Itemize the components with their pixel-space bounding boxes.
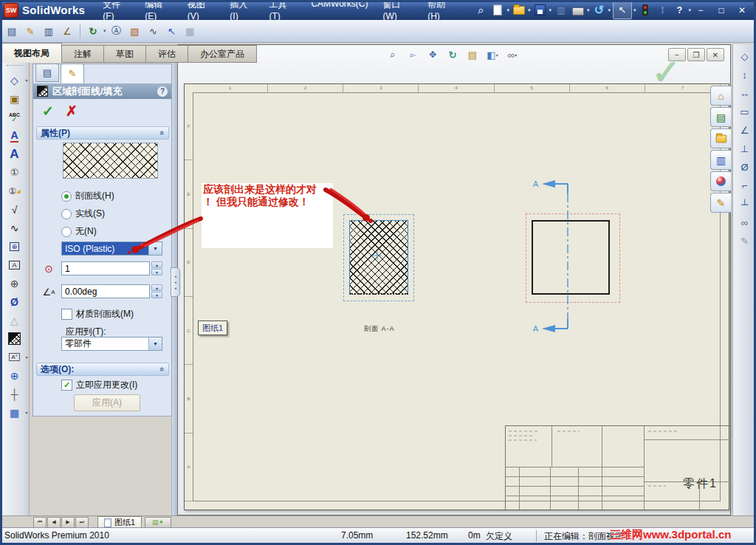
make-from-part-button[interactable]: [554, 3, 568, 18]
smart-dimension-icon[interactable]: [4, 71, 25, 89]
image-icon[interactable]: [127, 23, 143, 39]
properties-group-header[interactable]: 属性(P): [36, 126, 169, 140]
panel-splitter-handle[interactable]: [171, 267, 180, 297]
pan-icon[interactable]: [425, 47, 441, 62]
surface-finish-icon[interactable]: [4, 200, 25, 219]
radio-none[interactable]: 无(N): [61, 225, 97, 238]
ok-button[interactable]: [42, 103, 54, 120]
doc-minimize-button[interactable]: [668, 48, 686, 61]
right-dock-icon-7[interactable]: [736, 160, 754, 175]
datum-feature-icon[interactable]: [4, 256, 25, 274]
radio-solid[interactable]: 实线(S): [61, 208, 105, 220]
spin-up-icon[interactable]: [151, 284, 162, 291]
doc-restore-button[interactable]: [687, 48, 705, 61]
right-dock-icon-3[interactable]: [736, 86, 754, 101]
hatch-pattern-select[interactable]: ISO (Plastic): [61, 241, 162, 256]
material-hatch-checkbox[interactable]: 材质剖面线(M): [61, 308, 134, 321]
collapse-icon[interactable]: [158, 131, 167, 135]
redraw-icon[interactable]: [464, 47, 481, 62]
spin-up-icon[interactable]: [151, 261, 162, 268]
select-pointer-icon[interactable]: [164, 23, 180, 39]
cancel-button[interactable]: [66, 103, 78, 120]
radio-dot[interactable]: [61, 227, 72, 237]
right-dock-icon-5[interactable]: [736, 123, 754, 138]
apply-to-select[interactable]: 零部件: [61, 337, 162, 351]
next-sheet-button[interactable]: [61, 517, 75, 528]
sheet-format-icon[interactable]: [4, 23, 20, 39]
checkbox-box[interactable]: [61, 309, 72, 320]
tab-sketch[interactable]: 草图: [104, 45, 146, 63]
save-button[interactable]: [532, 3, 547, 18]
radio-dot[interactable]: [61, 191, 72, 202]
help-icon[interactable]: ?: [157, 86, 168, 97]
sheet-tab[interactable]: 图纸1: [97, 516, 142, 528]
view-palette-icon[interactable]: [710, 150, 731, 170]
blocks-icon[interactable]: [4, 348, 25, 366]
area-hatch-fill-icon[interactable]: [4, 329, 25, 348]
note-icon[interactable]: [4, 145, 25, 163]
hatch-scale-input[interactable]: [61, 261, 150, 275]
search-icon[interactable]: [473, 3, 488, 18]
menu-help[interactable]: 帮助(H): [420, 0, 463, 24]
spline-icon[interactable]: [145, 23, 162, 39]
right-dock-icon-1[interactable]: [736, 49, 754, 64]
options-group-header[interactable]: 选项(O):: [36, 363, 169, 376]
hatch-angle-input[interactable]: [61, 284, 150, 298]
camworks-stoplight-icon[interactable]: [638, 3, 653, 18]
zoom-to-fit-icon[interactable]: [385, 47, 401, 62]
prev-sheet-button[interactable]: [47, 517, 61, 528]
select-tool-button[interactable]: [613, 1, 632, 19]
menu-view[interactable]: 视图(V): [180, 0, 223, 24]
section-view-label[interactable]: 剖面 A-A: [364, 324, 395, 334]
right-dock-icon-9[interactable]: [736, 196, 754, 212]
center-mark-icon[interactable]: [4, 366, 25, 385]
edit-sketch-icon[interactable]: [22, 23, 38, 39]
spell-checker-icon[interactable]: [4, 108, 25, 126]
last-sheet-button[interactable]: [75, 517, 89, 528]
section-view-hatched-face[interactable]: [349, 220, 408, 295]
datum-target-icon[interactable]: [4, 274, 25, 292]
close-button[interactable]: [732, 4, 752, 17]
projected-view-icon[interactable]: [59, 23, 75, 39]
spin-down-icon[interactable]: [151, 269, 162, 275]
tab-view-layout[interactable]: 视图布局: [1, 43, 62, 63]
tab-office-products[interactable]: 办公室产品: [188, 45, 257, 63]
balloon-icon[interactable]: [4, 163, 25, 182]
maximize-button[interactable]: [712, 4, 731, 17]
checkbox-box[interactable]: [61, 380, 72, 391]
update-view-icon[interactable]: [85, 23, 101, 39]
design-library-icon[interactable]: [710, 107, 731, 127]
home-icon[interactable]: [710, 86, 731, 106]
auto-balloon-icon[interactable]: [4, 182, 25, 200]
menu-camworks[interactable]: CAMWorks(C): [303, 0, 375, 24]
right-dock-icon-6[interactable]: [736, 141, 754, 157]
apply-immediately-checkbox[interactable]: 立即应用更改(I): [61, 379, 137, 391]
parent-view-part-outline[interactable]: [532, 220, 610, 295]
first-sheet-button[interactable]: [33, 517, 47, 528]
dropdown-arrow-icon[interactable]: [148, 242, 162, 255]
zoom-to-area-icon[interactable]: [405, 47, 421, 62]
right-dock-icon-2[interactable]: [736, 67, 754, 83]
right-dock-icon-11[interactable]: [736, 233, 754, 249]
geometric-tolerance-icon[interactable]: [4, 237, 25, 256]
menu-file[interactable]: 文件(F): [95, 0, 137, 24]
right-dock-icon-4[interactable]: [736, 104, 754, 120]
right-dock-icon-10[interactable]: [736, 215, 754, 230]
menu-window[interactable]: 窗口(W): [376, 0, 421, 24]
tab-annotation[interactable]: 注解: [62, 45, 104, 63]
property-manager-tab[interactable]: [61, 64, 84, 83]
toolbar-grip[interactable]: [7, 65, 23, 68]
right-dock-icon-8[interactable]: [736, 178, 754, 193]
dropdown-arrow-icon[interactable]: [148, 337, 162, 350]
file-explorer-icon[interactable]: [710, 128, 731, 148]
hide-show-items-icon[interactable]: [504, 47, 520, 62]
tables-icon[interactable]: [4, 403, 25, 422]
custom-properties-icon[interactable]: [710, 193, 731, 213]
appearances-icon[interactable]: [710, 171, 731, 191]
undo-button[interactable]: [591, 3, 606, 18]
menu-insert[interactable]: 插入(I): [222, 0, 261, 24]
spin-down-icon[interactable]: [151, 292, 162, 298]
print-button[interactable]: [571, 3, 585, 18]
menu-tools[interactable]: 工具(T): [261, 0, 303, 24]
doc-close-button[interactable]: [707, 48, 724, 61]
